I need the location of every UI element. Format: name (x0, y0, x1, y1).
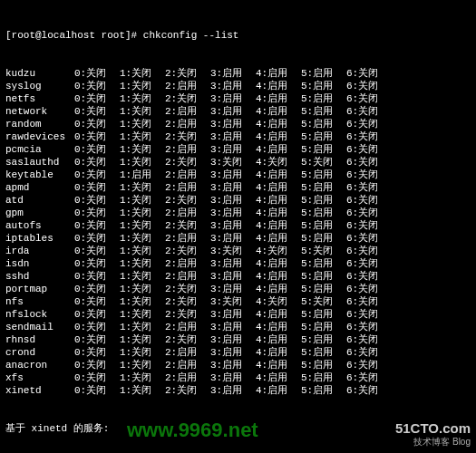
runlevel-6: 6:关闭 (346, 118, 392, 130)
runlevel-0: 0:关闭 (74, 118, 120, 130)
runlevel-4: 4:启用 (256, 359, 301, 371)
service-name: crond (5, 346, 74, 359)
runlevel-6: 6:关闭 (346, 321, 392, 333)
runlevel-3: 3:启用 (210, 384, 256, 397)
runlevel-6: 6:关闭 (346, 283, 392, 295)
service-name: rhnsd (5, 333, 74, 346)
runlevel-1: 1:关闭 (120, 359, 165, 371)
runlevel-6: 6:关闭 (346, 245, 392, 257)
service-row: pcmcia0:关闭1:关闭2:启用3:启用4:启用5:启用6:关闭 (5, 143, 471, 156)
service-row: sendmail0:关闭1:关闭2:启用3:启用4:启用5:启用6:关闭 (5, 321, 471, 333)
runlevel-6: 6:关闭 (346, 156, 392, 169)
runlevel-1: 1:关闭 (120, 130, 165, 143)
runlevel-5: 5:启用 (301, 181, 346, 194)
runlevel-3: 3:启用 (210, 169, 256, 181)
runlevel-0: 0:关闭 (74, 92, 120, 105)
runlevel-2: 2:启用 (165, 270, 210, 283)
service-name: rawdevices (5, 130, 74, 143)
runlevel-1: 1:关闭 (120, 232, 165, 245)
runlevel-0: 0:关闭 (74, 219, 120, 232)
runlevel-5: 5:启用 (301, 371, 346, 384)
terminal-output[interactable]: [root@localhost root]# chkconfig --list … (0, 0, 476, 453)
runlevel-1: 1:关闭 (120, 283, 165, 295)
runlevel-0: 0:关闭 (74, 359, 120, 371)
service-name: sshd (5, 270, 74, 283)
runlevel-4: 4:启用 (256, 118, 301, 130)
runlevel-1: 1:关闭 (120, 308, 165, 321)
runlevel-6: 6:关闭 (346, 257, 392, 270)
service-name: autofs (5, 219, 74, 232)
runlevel-6: 6:关闭 (346, 295, 392, 308)
runlevel-4: 4:启用 (256, 308, 301, 321)
runlevel-1: 1:关闭 (120, 371, 165, 384)
runlevel-6: 6:关闭 (346, 346, 392, 359)
runlevel-5: 5:启用 (301, 118, 346, 130)
service-name: pcmcia (5, 143, 74, 156)
runlevel-6: 6:关闭 (346, 232, 392, 245)
runlevel-3: 3:启用 (210, 207, 256, 219)
runlevel-2: 2:关闭 (165, 194, 210, 207)
runlevel-4: 4:启用 (256, 181, 301, 194)
runlevel-0: 0:关闭 (74, 371, 120, 384)
runlevel-4: 4:启用 (256, 257, 301, 270)
runlevel-2: 2:启用 (165, 371, 210, 384)
runlevel-5: 5:启用 (301, 333, 346, 346)
runlevel-3: 3:启用 (210, 359, 256, 371)
runlevel-3: 3:启用 (210, 257, 256, 270)
runlevel-5: 5:启用 (301, 308, 346, 321)
runlevel-6: 6:关闭 (346, 359, 392, 371)
runlevel-1: 1:关闭 (120, 346, 165, 359)
runlevel-4: 4:启用 (256, 219, 301, 232)
service-row: autofs0:关闭1:关闭2:关闭3:启用4:启用5:启用6:关闭 (5, 219, 471, 232)
service-list: kudzu0:关闭1:关闭2:关闭3:启用4:启用5:启用6:关闭syslog0… (5, 67, 471, 397)
runlevel-0: 0:关闭 (74, 384, 120, 397)
runlevel-0: 0:关闭 (74, 257, 120, 270)
service-name: syslog (5, 80, 74, 92)
runlevel-2: 2:关闭 (165, 92, 210, 105)
runlevel-2: 2:启用 (165, 169, 210, 181)
runlevel-3: 3:启用 (210, 371, 256, 384)
runlevel-0: 0:关闭 (74, 105, 120, 118)
service-row: rawdevices0:关闭1:关闭2:关闭3:启用4:启用5:启用6:关闭 (5, 130, 471, 143)
runlevel-3: 3:关闭 (210, 295, 256, 308)
service-row: atd0:关闭1:关闭2:关闭3:启用4:启用5:启用6:关闭 (5, 194, 471, 207)
runlevel-0: 0:关闭 (74, 67, 120, 80)
runlevel-1: 1:关闭 (120, 156, 165, 169)
runlevel-6: 6:关闭 (346, 92, 392, 105)
service-row: gpm0:关闭1:关闭2:启用3:启用4:启用5:启用6:关闭 (5, 207, 471, 219)
runlevel-5: 5:启用 (301, 169, 346, 181)
runlevel-0: 0:关闭 (74, 333, 120, 346)
runlevel-3: 3:启用 (210, 232, 256, 245)
runlevel-4: 4:启用 (256, 371, 301, 384)
runlevel-0: 0:关闭 (74, 181, 120, 194)
runlevel-6: 6:关闭 (346, 207, 392, 219)
runlevel-6: 6:关闭 (346, 384, 392, 397)
service-row: apmd0:关闭1:关闭2:启用3:启用4:启用5:启用6:关闭 (5, 181, 471, 194)
runlevel-1: 1:关闭 (120, 105, 165, 118)
runlevel-2: 2:启用 (165, 118, 210, 130)
runlevel-6: 6:关闭 (346, 105, 392, 118)
runlevel-0: 0:关闭 (74, 169, 120, 181)
runlevel-2: 2:关闭 (165, 245, 210, 257)
runlevel-4: 4:启用 (256, 130, 301, 143)
service-name: sendmail (5, 321, 74, 333)
runlevel-2: 2:启用 (165, 105, 210, 118)
runlevel-3: 3:启用 (210, 92, 256, 105)
runlevel-3: 3:启用 (210, 194, 256, 207)
runlevel-5: 5:启用 (301, 232, 346, 245)
runlevel-4: 4:启用 (256, 333, 301, 346)
runlevel-4: 4:启用 (256, 232, 301, 245)
runlevel-2: 2:启用 (165, 359, 210, 371)
runlevel-3: 3:启用 (210, 308, 256, 321)
watermark-9969: www.9969.net (127, 424, 258, 437)
runlevel-6: 6:关闭 (346, 219, 392, 232)
runlevel-1: 1:关闭 (120, 181, 165, 194)
runlevel-5: 5:启用 (301, 92, 346, 105)
runlevel-1: 1:关闭 (120, 80, 165, 92)
runlevel-1: 1:关闭 (120, 295, 165, 308)
runlevel-0: 0:关闭 (74, 207, 120, 219)
runlevel-2: 2:启用 (165, 346, 210, 359)
service-name: xinetd (5, 384, 74, 397)
runlevel-4: 4:启用 (256, 194, 301, 207)
runlevel-5: 5:启用 (301, 67, 346, 80)
